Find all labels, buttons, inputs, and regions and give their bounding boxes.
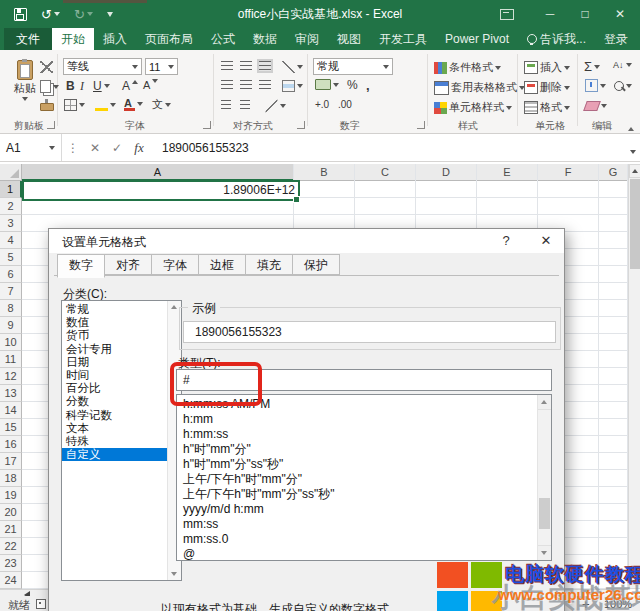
row-header-22[interactable]: 22 (0, 538, 22, 555)
dialog-tab-alignment[interactable]: 对齐 (105, 254, 152, 275)
wrap-text-button[interactable] (265, 100, 286, 112)
row-header-6[interactable]: 6 (0, 266, 22, 283)
select-all-corner[interactable] (0, 164, 22, 181)
decrease-font-button[interactable]: A (143, 79, 158, 91)
category-item[interactable]: 百分比 (62, 382, 168, 395)
dialog-tab-number[interactable]: 数字 (57, 254, 105, 278)
row-header-16[interactable]: 16 (0, 436, 22, 453)
number-dialog-launcher[interactable] (417, 121, 425, 129)
row-header-23[interactable]: 23 (0, 555, 22, 572)
underline-button[interactable]: U (93, 79, 110, 93)
row-header-13[interactable]: 13 (0, 385, 22, 402)
align-left-button[interactable] (221, 80, 233, 90)
increase-font-button[interactable]: A (122, 79, 138, 93)
find-select-button[interactable] (614, 81, 632, 91)
row-header-5[interactable]: 5 (0, 249, 22, 266)
accounting-format-button[interactable] (315, 79, 339, 90)
minimize-button[interactable]: ─ (535, 0, 565, 28)
type-list-item[interactable]: mm:ss (177, 517, 538, 532)
redo-button[interactable]: ↻ (74, 7, 93, 22)
insert-function-button[interactable]: fx (128, 140, 150, 156)
scrollbar-thumb[interactable] (539, 498, 550, 529)
italic-button[interactable]: I (80, 79, 84, 94)
tab-tell-me[interactable]: 告诉我... (518, 28, 595, 50)
dialog-close-button[interactable]: ✕ (531, 231, 561, 251)
type-list-item[interactable]: 上午/下午h"时"mm"分" (177, 472, 538, 487)
tab-view[interactable]: 视图 (328, 28, 370, 50)
bold-button[interactable]: B (66, 79, 75, 93)
category-item[interactable]: 自定义 (62, 448, 168, 461)
fill-button[interactable] (585, 79, 606, 92)
row-header-19[interactable]: 19 (0, 487, 22, 504)
category-item[interactable]: 时间 (62, 369, 168, 382)
decrease-decimal-button[interactable]: .00 (338, 99, 352, 110)
font-color-button[interactable]: A (124, 97, 143, 111)
collapse-ribbon-button[interactable] (628, 120, 634, 134)
cut-button[interactable] (40, 61, 53, 73)
category-item[interactable]: 分数 (62, 395, 168, 408)
align-right-button[interactable] (259, 80, 271, 90)
row-header-15[interactable]: 15 (0, 419, 22, 436)
copy-button[interactable] (40, 80, 59, 93)
category-item[interactable]: 常规 (62, 303, 168, 316)
comma-style-button[interactable]: , (366, 78, 370, 93)
clipboard-dialog-launcher[interactable] (47, 121, 55, 129)
close-button[interactable]: ✕ (605, 0, 635, 28)
category-item[interactable]: 货币 (62, 329, 168, 342)
row-header-24[interactable]: 24 (0, 572, 22, 589)
row-header-14[interactable]: 14 (0, 402, 22, 419)
row-header-3[interactable]: 3 (0, 215, 22, 232)
type-scrollbar[interactable] (537, 395, 551, 560)
align-middle-button[interactable] (240, 61, 252, 71)
vertical-scrollbar[interactable] (628, 164, 640, 589)
type-list-item[interactable]: yyyy/m/d h:mm (177, 502, 538, 517)
fill-handle[interactable] (293, 196, 300, 203)
dialog-title-bar[interactable]: 设置单元格格式 ? ✕ (49, 229, 564, 253)
dialog-tab-border[interactable]: 边框 (199, 254, 246, 275)
fill-color-button[interactable] (95, 98, 116, 111)
cell-A1[interactable]: 1.89006E+12 (22, 180, 300, 201)
column-header-B[interactable]: B (294, 164, 355, 181)
row-header-20[interactable]: 20 (0, 504, 22, 521)
row-header-21[interactable]: 21 (0, 521, 22, 538)
phonetic-guide-button[interactable]: 文 (152, 97, 171, 112)
type-list-item[interactable]: @ (177, 547, 538, 561)
category-item[interactable]: 文本 (62, 422, 168, 435)
scroll-down-button[interactable] (538, 545, 551, 560)
align-center-button[interactable] (240, 80, 252, 90)
tab-developer[interactable]: 开发工具 (370, 28, 436, 50)
clear-button[interactable] (585, 101, 607, 111)
delete-cells-button[interactable]: 删除 (524, 80, 570, 95)
merge-center-button[interactable] (282, 80, 303, 92)
row-header-4[interactable]: 4 (0, 232, 22, 249)
format-cells-button[interactable]: 格式 (524, 100, 570, 115)
column-header-A[interactable]: A (22, 164, 294, 181)
dialog-help-button[interactable]: ? (491, 231, 521, 251)
customize-qat-button[interactable] (107, 12, 113, 17)
expand-formula-bar-button[interactable] (630, 144, 636, 158)
zoom-in-button[interactable]: + (582, 597, 590, 611)
increase-decimal-button[interactable]: +.0 (315, 99, 329, 110)
undo-button[interactable]: ↺ (41, 7, 60, 22)
align-bottom-button[interactable] (259, 61, 271, 71)
sort-filter-button[interactable]: A↓ (613, 60, 632, 70)
row-header-9[interactable]: 9 (0, 317, 22, 334)
category-item[interactable]: 数值 (62, 316, 168, 329)
row-header-17[interactable]: 17 (0, 453, 22, 470)
name-box[interactable]: A1 (0, 134, 62, 161)
font-dialog-launcher[interactable] (203, 121, 211, 129)
tab-file[interactable]: 文件 (4, 28, 52, 50)
row-header-7[interactable]: 7 (0, 283, 22, 300)
font-size-combo[interactable]: 11 (145, 58, 178, 75)
column-header-E[interactable]: E (477, 164, 538, 181)
insert-cells-button[interactable]: 插入 (524, 60, 570, 75)
tab-insert[interactable]: 插入 (94, 28, 136, 50)
font-name-combo[interactable]: 等线 (63, 58, 142, 75)
tab-formulas[interactable]: 公式 (202, 28, 244, 50)
dialog-tab-font[interactable]: 字体 (152, 254, 199, 275)
type-list-item[interactable]: h"时"mm"分" (177, 442, 538, 457)
scroll-up-button[interactable] (538, 395, 551, 410)
column-header-C[interactable]: C (355, 164, 416, 181)
maximize-button[interactable]: □ (570, 0, 600, 28)
cancel-entry-button[interactable]: ✕ (84, 141, 106, 155)
